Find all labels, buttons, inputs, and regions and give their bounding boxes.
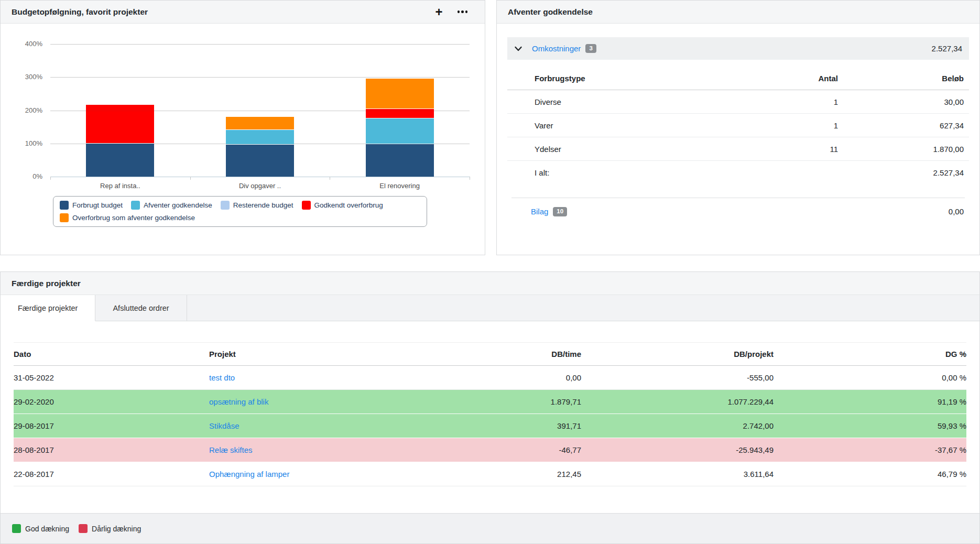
budget-panel-title: Budgetopfølgning, favorit projekter (12, 7, 148, 17)
costs-total-amount: 2.527,34 (932, 44, 962, 53)
col-dg: DG % (774, 350, 966, 358)
col-forbrugstype: Forbrugstype (507, 74, 712, 83)
project-link[interactable]: Stikdåse (209, 421, 239, 430)
project-date: 28-08-2017 (14, 445, 209, 454)
gridline-overlay (50, 44, 470, 45)
project-date: 29-02-2020 (14, 397, 209, 406)
bar-segment-forbrugt-budget[interactable] (226, 145, 294, 177)
y-axis-tick-label: 200% (1, 106, 42, 114)
project-db-time: 0,00 (403, 373, 581, 382)
legend-item: Forbrugt budget (60, 201, 123, 210)
consumption-total-row: I alt: 2.527,34 (507, 161, 969, 184)
legend-swatch (221, 201, 230, 210)
legend-swatch (302, 201, 311, 210)
bilag-count-badge: 10 (553, 207, 567, 216)
project-link[interactable]: Relæ skiftes (209, 445, 253, 454)
legend-item: Godkendt overforbrug (302, 201, 383, 210)
projects-rows: 31-05-2022test dto0,00-555,000,00 %29-02… (14, 366, 966, 486)
project-db-time: 1.879,71 (403, 397, 581, 406)
y-axis-tick-label: 300% (1, 73, 42, 81)
budget-panel-actions: + (435, 7, 474, 17)
col-dato: Dato (14, 350, 209, 358)
project-db-projekt: 1.077.229,44 (581, 397, 774, 406)
budget-panel: Budgetopfølgning, favorit projekter + 0%… (0, 0, 485, 255)
projects-panel-header: Færdige projekter (1, 272, 979, 295)
y-axis-tick-label: 0% (1, 172, 42, 180)
x-axis-tick (330, 177, 330, 180)
col-db-time: DB/time (403, 350, 581, 358)
legend-label: Forbrugt budget (72, 201, 123, 209)
project-dg: -37,67 % (774, 445, 966, 454)
costs-group-row: Omkostninger 3 2.527,34 (507, 37, 969, 60)
legend-swatch (131, 201, 140, 210)
costs-count-badge: 3 (585, 44, 596, 53)
project-dg: 46,79 % (774, 470, 966, 478)
gridline-overlay (50, 144, 470, 144)
chart-baseline (50, 177, 470, 177)
project-row: 31-05-2022test dto0,00-555,000,00 % (14, 366, 966, 390)
col-db-projekt: DB/projekt (581, 350, 774, 358)
consumption-row: Diverse130,00 (507, 90, 969, 114)
col-belob: Beløb (838, 74, 969, 83)
consumption-antal: 11 (712, 145, 838, 154)
bilag-amount: 0,00 (949, 207, 964, 216)
bar-segment-afventer-godkendelse[interactable] (366, 118, 434, 144)
project-dg: 91,19 % (774, 397, 966, 406)
total-label: I alt: (507, 168, 712, 177)
consumption-rows: Diverse130,00Varer1627,34Ydelser111.870,… (507, 90, 969, 161)
bar-segment-overforbrug-som-afventer-godkendelse[interactable] (366, 79, 434, 109)
project-cell: test dto (209, 373, 403, 382)
status-swatch (12, 524, 21, 533)
consumption-type: Diverse (507, 97, 712, 106)
consumption-row: Ydelser111.870,00 (507, 137, 969, 161)
consumption-belob: 1.870,00 (838, 145, 969, 154)
bar-segment-afventer-godkendelse[interactable] (226, 130, 294, 145)
budget-panel-header: Budgetopfølgning, favorit projekter + (1, 1, 485, 24)
project-row: 29-08-2017Stikdåse391,712.742,0059,93 % (14, 414, 966, 438)
tab-afsluttede-ordrer[interactable]: Afsluttede ordrer (95, 295, 187, 321)
project-link[interactable]: Ophængning af lamper (209, 470, 289, 478)
y-axis-tick-label: 400% (1, 40, 42, 48)
status-label: God dækning (25, 525, 69, 533)
project-dg: 0,00 % (774, 373, 966, 382)
projects-table-header: Dato Projekt DB/time DB/projekt DG % (14, 342, 966, 366)
projects-panel-title: Færdige projekter (12, 279, 81, 288)
x-axis-tick (50, 177, 51, 180)
legend-item: Afventer godkendelse (131, 201, 212, 210)
legend-swatch (60, 201, 69, 210)
project-db-projekt: 2.742,00 (581, 421, 774, 430)
tab-faerdige-projekter[interactable]: Færdige projekter (1, 295, 95, 321)
x-axis-category-label: El renovering (330, 182, 470, 190)
chevron-down-icon[interactable] (514, 45, 522, 53)
bilag-link[interactable]: Bilag (531, 207, 548, 216)
project-link[interactable]: opsætning af blik (209, 397, 268, 406)
stacked-bar (86, 105, 154, 177)
dot (465, 10, 468, 13)
total-amount: 2.527,34 (838, 168, 969, 177)
stacked-bar (226, 117, 294, 177)
bar-segment-forbrugt-budget[interactable] (86, 144, 154, 177)
project-db-projekt: -555,00 (581, 373, 774, 382)
status-swatch (79, 524, 88, 533)
gridline-overlay (50, 77, 470, 78)
bar-segment-overforbrug-som-afventer-godkendelse[interactable] (226, 117, 294, 130)
legend-item: Resterende budget (221, 201, 293, 210)
costs-link[interactable]: Omkostninger (532, 44, 581, 53)
more-options-icon[interactable] (456, 8, 469, 15)
gridline-overlay (50, 111, 470, 111)
legend-label: Resterende budget (233, 201, 293, 209)
project-db-time: -46,77 (403, 445, 581, 454)
col-antal: Antal (712, 74, 838, 83)
project-row: 22-08-2017Ophængning af lamper212,453.61… (14, 462, 966, 486)
chart-legend: Forbrugt budgetAfventer godkendelseReste… (53, 196, 427, 227)
legend-item: Overforbrug som afventer godkendelse (60, 213, 195, 222)
project-cell: Stikdåse (209, 421, 403, 430)
bar-segment-forbrugt-budget[interactable] (366, 144, 434, 177)
project-link[interactable]: test dto (209, 373, 235, 382)
consumption-belob: 30,00 (838, 97, 969, 106)
add-widget-button[interactable]: + (435, 7, 442, 17)
project-row: 28-08-2017Relæ skiftes-46,77-25.943,49-3… (14, 438, 966, 462)
legend-swatch (60, 213, 69, 222)
projects-table: Dato Projekt DB/time DB/projekt DG % 31-… (14, 342, 966, 486)
x-axis-tick (190, 177, 191, 180)
